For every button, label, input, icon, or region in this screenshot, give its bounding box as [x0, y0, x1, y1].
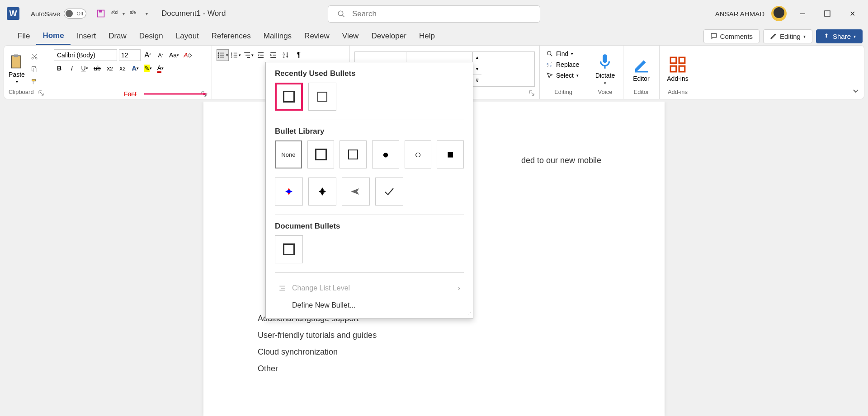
bullet-recent-box[interactable]	[308, 83, 336, 111]
bullet-four-black-diamond[interactable]	[308, 178, 336, 206]
multilevel-icon	[243, 51, 251, 59]
autosave-toggle[interactable]: AutoSave Off	[31, 9, 86, 19]
svg-rect-10	[33, 68, 37, 72]
numbering-button[interactable]: 123 ▾	[230, 49, 241, 61]
minimize-button[interactable]: ─	[793, 5, 811, 23]
tab-help[interactable]: Help	[413, 28, 441, 44]
replace-button[interactable]: ab Replace	[544, 60, 581, 69]
tab-references[interactable]: References	[205, 28, 257, 44]
search-icon	[337, 10, 345, 18]
highlight-button[interactable]: ✎▾	[142, 63, 153, 74]
check-icon	[383, 186, 395, 197]
undo-dropdown-icon[interactable]: ▾	[123, 11, 125, 16]
strikethrough-button[interactable]: ab	[92, 63, 103, 74]
addins-button[interactable]: Add-ins	[667, 56, 688, 82]
bullet-hollow-circle[interactable]: ○	[405, 140, 432, 168]
font-color-button[interactable]: A▾	[155, 63, 166, 74]
increase-indent-button[interactable]	[268, 49, 279, 61]
styles-scroll-down[interactable]: ▾	[473, 63, 481, 75]
resize-grip-icon[interactable]: ⋰	[467, 312, 471, 317]
tab-view[interactable]: View	[336, 28, 365, 44]
show-marks-button[interactable]: ¶	[293, 49, 305, 61]
superscript-button[interactable]: x2	[117, 63, 128, 74]
pencil-icon	[770, 33, 777, 40]
toggle-switch[interactable]: Off	[64, 9, 86, 19]
styles-scroll-up[interactable]: ▴	[473, 52, 481, 64]
text-effects-button[interactable]: A▾	[130, 63, 141, 74]
clear-formatting-button[interactable]: A◇	[182, 50, 193, 61]
bullet-hollow-box-thin[interactable]	[340, 140, 367, 168]
bullet-doc-box[interactable]	[275, 235, 303, 263]
tab-insert[interactable]: Insert	[71, 28, 103, 44]
tab-layout[interactable]: Layout	[170, 28, 205, 44]
bullet-recent-box-highlighted[interactable]	[275, 83, 303, 111]
find-button[interactable]: Find ▾	[544, 49, 575, 58]
svg-rect-49	[670, 66, 676, 72]
tab-draw[interactable]: Draw	[102, 28, 133, 44]
tab-review[interactable]: Review	[298, 28, 336, 44]
tab-developer[interactable]: Developer	[365, 28, 413, 44]
shrink-font-button[interactable]: Aˇ	[155, 50, 166, 61]
bullets-dropdown: Recently Used Bullets Bullet Library Non…	[265, 62, 473, 319]
bullet-filled-circle[interactable]: ●	[372, 140, 399, 168]
close-button[interactable]: ✕	[843, 5, 861, 23]
tab-mailings[interactable]: Mailings	[257, 28, 298, 44]
maximize-button[interactable]	[818, 5, 836, 23]
underline-button[interactable]: U▾	[79, 63, 90, 74]
user-name: ANSAR AHMAD	[715, 10, 764, 18]
paste-button[interactable]: Paste ▾	[9, 54, 25, 84]
svg-point-16	[218, 55, 219, 56]
bullet-checkmark[interactable]	[375, 178, 403, 206]
bullet-filled-square[interactable]: ■	[437, 140, 464, 168]
editing-mode-button[interactable]: Editing ▾	[763, 29, 812, 43]
bullet-four-color-diamond[interactable]	[275, 178, 303, 206]
styles-launcher-icon[interactable]	[528, 90, 535, 96]
tab-design[interactable]: Design	[133, 28, 170, 44]
chevron-down-icon: ▾	[251, 53, 254, 57]
bullets-button[interactable]: ▾	[217, 49, 229, 61]
subscript-button[interactable]: x2	[104, 63, 115, 74]
share-icon	[823, 33, 830, 40]
decrease-indent-button[interactable]	[255, 49, 267, 61]
format-painter-button[interactable]	[29, 77, 39, 87]
font-size-input[interactable]	[119, 49, 141, 61]
font-name-input[interactable]	[54, 49, 117, 61]
svg-rect-47	[670, 57, 676, 63]
cut-button[interactable]	[29, 51, 39, 61]
comments-button[interactable]: Comments	[703, 29, 760, 43]
document-title: Document1 - Word	[161, 9, 226, 18]
italic-button[interactable]: I	[66, 63, 77, 74]
bullet-arrow[interactable]	[342, 178, 370, 206]
toggle-state: Off	[77, 11, 83, 16]
share-button[interactable]: Share ▾	[816, 29, 863, 43]
multilevel-list-button[interactable]: ▾	[242, 49, 254, 61]
undo-button[interactable]	[109, 8, 120, 19]
ribbon-collapse-button[interactable]	[852, 87, 859, 94]
change-case-button[interactable]: Aa▾	[168, 50, 180, 61]
search-input[interactable]	[352, 9, 531, 19]
editor-button[interactable]: Editor	[633, 56, 650, 82]
chevron-down-icon: ▾	[239, 53, 241, 57]
search-box[interactable]	[328, 5, 540, 23]
save-button[interactable]	[95, 8, 106, 19]
copy-button[interactable]	[29, 64, 39, 74]
sort-button[interactable]: AZ	[280, 49, 292, 61]
addins-icon	[669, 56, 686, 73]
styles-expand[interactable]: ⊽	[473, 75, 481, 86]
qat-dropdown-icon[interactable]: ▾	[146, 11, 148, 16]
dictate-button[interactable]: Dictate ▾	[595, 53, 615, 85]
chevron-down-icon: ▾	[604, 81, 606, 85]
bullet-none[interactable]: None	[275, 140, 302, 168]
redo-button[interactable]	[127, 8, 138, 19]
tab-file[interactable]: File	[11, 28, 36, 44]
bold-button[interactable]: B	[54, 63, 65, 74]
select-button[interactable]: Select ▾	[544, 71, 580, 80]
user-avatar[interactable]	[771, 6, 787, 21]
clipboard-launcher-icon[interactable]	[38, 90, 44, 96]
tab-home[interactable]: Home	[36, 28, 70, 45]
define-new-bullet-item[interactable]: Define New Bullet...	[275, 297, 464, 314]
grow-font-button[interactable]: A^	[142, 50, 153, 61]
bullet-hollow-box-thick[interactable]	[307, 140, 335, 168]
annotation-arrow	[144, 93, 208, 95]
replace-icon: ab	[546, 61, 553, 68]
